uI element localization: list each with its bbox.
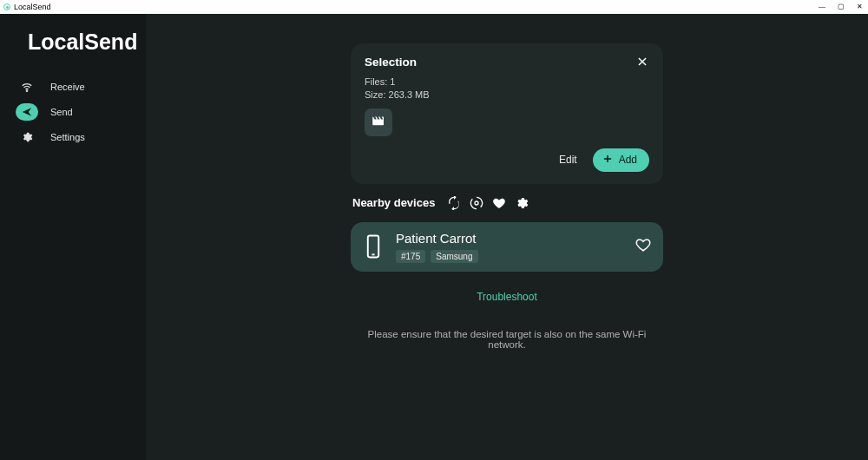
close-icon[interactable] (635, 55, 649, 69)
wifi-icon (16, 78, 38, 95)
wifi-hint-text: Please ensure that the desired target is… (351, 329, 663, 350)
file-thumbnail[interactable] (365, 108, 392, 136)
sidebar-item-send[interactable]: Send (0, 99, 146, 124)
add-button-label: Add (619, 154, 637, 166)
sidebar-item-label: Send (50, 107, 73, 117)
sidebar-item-label: Settings (50, 132, 85, 142)
troubleshoot-link[interactable]: Troubleshoot (351, 291, 663, 303)
device-name: Patient Carrot (396, 231, 623, 246)
favorite-toggle-icon[interactable] (635, 237, 651, 256)
device-vendor-tag: Samsung (431, 250, 477, 263)
movie-icon (371, 113, 386, 132)
files-label: Files: (365, 76, 387, 87)
nearby-settings-icon[interactable] (515, 196, 529, 210)
window-close-button[interactable]: ✕ (857, 3, 863, 10)
app-titlebar-icon (3, 3, 10, 10)
selection-card: Selection Files: 1 Size: 263.3 MB (351, 43, 663, 184)
size-value: 263.3 MB (389, 89, 430, 100)
refresh-icon[interactable] (447, 196, 461, 210)
device-card[interactable]: Patient Carrot #175 Samsung (351, 222, 663, 272)
add-button[interactable]: Add (593, 148, 649, 172)
scan-icon[interactable] (470, 196, 483, 210)
files-count: 1 (390, 76, 395, 87)
edit-button[interactable]: Edit (559, 154, 577, 166)
smartphone-icon (363, 234, 384, 259)
plus-icon (602, 153, 614, 168)
device-id-tag: #175 (396, 250, 425, 263)
send-icon (16, 103, 38, 121)
gear-icon (16, 128, 38, 146)
window-maximize-button[interactable]: ▢ (838, 3, 845, 10)
window-minimize-button[interactable]: — (819, 3, 825, 10)
window-title: LocalSend (14, 3, 51, 11)
sidebar-item-label: Receive (50, 82, 85, 92)
sidebar: LocalSend Receive Send Settings (0, 14, 146, 460)
size-label: Size: (365, 89, 385, 100)
nearby-devices-label: Nearby devices (352, 196, 435, 209)
favorites-icon[interactable] (492, 196, 506, 210)
sidebar-item-settings[interactable]: Settings (0, 124, 146, 149)
svg-point-0 (26, 90, 27, 91)
window-titlebar: LocalSend — ▢ ✕ (0, 0, 868, 14)
selection-title: Selection (365, 56, 417, 69)
app-title: LocalSend (0, 30, 146, 55)
sidebar-item-receive[interactable]: Receive (0, 74, 146, 99)
svg-point-1 (475, 201, 478, 205)
